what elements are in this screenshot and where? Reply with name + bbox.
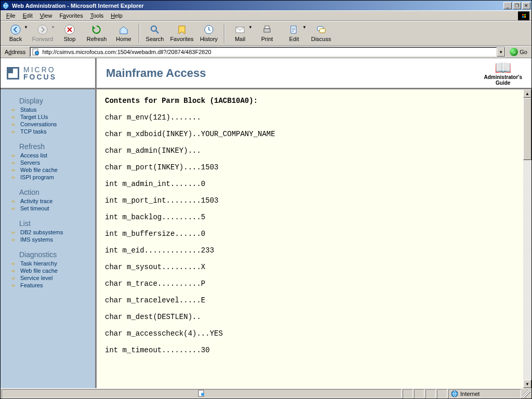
stop-icon bbox=[64, 24, 75, 35]
nav-link-status[interactable]: ➾Status bbox=[11, 106, 90, 113]
parm-line: int m_port_int........1503 bbox=[105, 196, 218, 205]
nav-link-service-level[interactable]: ➾Service level bbox=[11, 274, 90, 282]
status-main: Done bbox=[2, 389, 402, 398]
refresh-button[interactable]: Refresh bbox=[84, 22, 110, 45]
scroll-thumb[interactable] bbox=[523, 98, 531, 160]
address-dropdown-button[interactable]: ▼ bbox=[497, 47, 505, 57]
chevron-down-icon[interactable]: ▼ bbox=[51, 25, 55, 30]
nav-group-title: Refresh bbox=[19, 142, 90, 151]
close-button[interactable]: ✕ bbox=[522, 2, 530, 9]
chevron-down-icon[interactable]: ▼ bbox=[248, 25, 252, 30]
nav-link-access-list[interactable]: ➾Access list bbox=[11, 152, 90, 159]
arrow-icon: ➾ bbox=[11, 153, 18, 158]
menu-view[interactable]: View bbox=[36, 11, 56, 20]
book-icon: 📖 bbox=[484, 61, 522, 74]
ie-throbber bbox=[518, 11, 529, 20]
separator bbox=[139, 23, 140, 43]
nav-link-set-timeout[interactable]: ➾Set timeout bbox=[11, 205, 90, 212]
stop-button[interactable]: Stop bbox=[57, 22, 83, 45]
favorites-button[interactable]: Favorites bbox=[169, 22, 195, 45]
arrow-icon: ➾ bbox=[11, 275, 18, 281]
svg-point-15 bbox=[201, 393, 204, 396]
favorites-icon bbox=[177, 24, 187, 35]
zone-text: Internet bbox=[460, 391, 480, 397]
main: Mainframe Access 📖 Administrator's Guide… bbox=[97, 58, 531, 388]
scroll-down-button[interactable]: ▼ bbox=[523, 380, 531, 388]
edit-icon bbox=[289, 24, 299, 35]
parm-block-content: Contents for Parm Block (1ACB10A0): char… bbox=[97, 89, 523, 388]
home-button[interactable]: Home bbox=[111, 22, 137, 45]
parm-line: char m_accesscheck(4)...YES bbox=[105, 329, 223, 338]
chevron-down-icon[interactable]: ▼ bbox=[302, 25, 307, 30]
nav-link-target-lus[interactable]: ➾Target LUs bbox=[11, 113, 90, 121]
address-input[interactable] bbox=[42, 49, 495, 55]
nav-link-servers[interactable]: ➾Servers bbox=[11, 159, 90, 166]
maximize-button[interactable]: ❐ bbox=[513, 2, 521, 9]
nav-link-ispi-program[interactable]: ➾ISPI program bbox=[11, 174, 90, 181]
vertical-scrollbar[interactable]: ▲ ▼ bbox=[523, 89, 531, 388]
arrow-icon: ➾ bbox=[11, 230, 18, 235]
arrow-icon: ➾ bbox=[11, 175, 18, 180]
menu-file[interactable]: File bbox=[3, 11, 19, 20]
chevron-down-icon[interactable]: ▼ bbox=[24, 25, 28, 30]
scroll-up-button[interactable]: ▲ bbox=[523, 89, 531, 98]
nav-link-web-file-cache[interactable]: ➾Web file cache bbox=[11, 166, 90, 174]
nav-link-conversations[interactable]: ➾Conversations bbox=[11, 121, 90, 128]
page-title: Mainframe Access bbox=[106, 66, 206, 80]
nav-link-task-hierarchy[interactable]: ➾Task hierarchy bbox=[11, 260, 90, 267]
mail-button[interactable]: Mail▼ bbox=[227, 22, 253, 45]
nav-link-db2-subsystems[interactable]: ➾DB2 subsystems bbox=[11, 229, 90, 236]
parm-line: int m_backlog.........5 bbox=[105, 213, 205, 221]
nav-link-activity-trace[interactable]: ➾Activity trace bbox=[11, 197, 90, 205]
print-icon bbox=[262, 24, 272, 35]
ie-window: Web Administration - Microsoft Internet … bbox=[0, 0, 532, 399]
menu-tools[interactable]: Tools bbox=[87, 11, 108, 20]
go-button[interactable]: → Go bbox=[508, 48, 529, 56]
nav-link-features[interactable]: ➾Features bbox=[11, 282, 90, 289]
window-buttons: _ ❐ ✕ bbox=[503, 2, 530, 9]
menu-help[interactable]: Help bbox=[107, 11, 126, 20]
nav-group-title: List bbox=[19, 219, 90, 228]
nav-link-label: Conversations bbox=[20, 121, 57, 127]
admin-guide-link[interactable]: 📖 Administrator's Guide bbox=[484, 61, 522, 86]
parm-heading: Contents for Parm Block (1ACB10A0): bbox=[105, 97, 258, 105]
parm-line: int m_eid.............233 bbox=[105, 246, 214, 255]
titlebar: Web Administration - Microsoft Internet … bbox=[1, 1, 531, 10]
nav-link-tcp-tasks[interactable]: ➾TCP tasks bbox=[11, 128, 90, 135]
back-button[interactable]: Back▼ bbox=[3, 22, 29, 45]
address-combo[interactable]: ▼ bbox=[30, 47, 506, 57]
nav-link-web-file-cache[interactable]: ➾Web file cache bbox=[11, 267, 90, 274]
logo: MICRO FOCUS bbox=[1, 58, 95, 89]
logo-mark-icon bbox=[7, 67, 19, 79]
svg-point-2 bbox=[38, 25, 47, 34]
arrow-icon: ➾ bbox=[11, 268, 18, 274]
menubar: File Edit View Favorites Tools Help bbox=[1, 10, 531, 21]
nav-link-ims-systems[interactable]: ➾IMS systems bbox=[11, 236, 90, 243]
arrow-icon: ➾ bbox=[11, 107, 18, 113]
nav-group-title: Display bbox=[19, 97, 90, 105]
history-button[interactable]: History bbox=[196, 22, 222, 45]
discuss-button[interactable]: Discuss bbox=[308, 22, 334, 45]
history-icon bbox=[204, 24, 214, 35]
menu-favorites[interactable]: Favorites bbox=[56, 11, 86, 20]
forward-button[interactable]: Forward▼ bbox=[30, 22, 56, 45]
nav-link-label: Activity trace bbox=[20, 198, 52, 204]
svg-rect-11 bbox=[320, 29, 325, 33]
svg-rect-7 bbox=[264, 29, 270, 32]
logo-text: MICRO FOCUS bbox=[23, 66, 57, 81]
page-icon bbox=[32, 48, 40, 56]
forward-icon bbox=[37, 24, 48, 35]
resize-grip[interactable] bbox=[522, 390, 530, 398]
svg-rect-8 bbox=[265, 26, 269, 29]
edit-button[interactable]: Edit▼ bbox=[281, 22, 307, 45]
print-button[interactable]: Print bbox=[254, 22, 280, 45]
toolbar: Back▼ Forward▼ Stop Refresh Home Search … bbox=[1, 21, 531, 46]
arrow-icon: ➾ bbox=[11, 160, 18, 166]
separator bbox=[224, 23, 225, 43]
scroll-track[interactable] bbox=[523, 98, 531, 380]
minimize-button[interactable]: _ bbox=[503, 2, 512, 9]
search-button[interactable]: Search bbox=[142, 22, 168, 45]
menu-edit[interactable]: Edit bbox=[19, 11, 36, 20]
app-frame: MICRO FOCUS Display➾Status➾Target LUs➾Co… bbox=[1, 58, 531, 388]
nav-link-label: Access list bbox=[20, 152, 47, 158]
